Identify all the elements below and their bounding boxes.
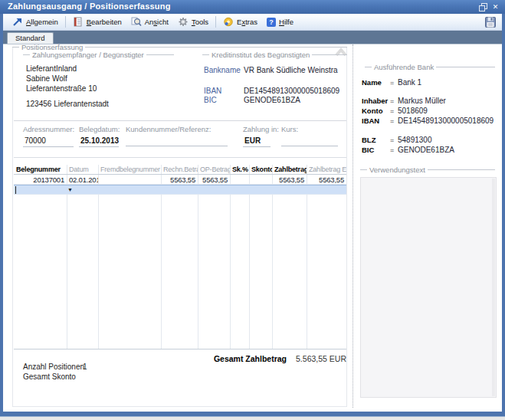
- field-label: Belegdatum:: [79, 125, 119, 133]
- bank-field-value: DE14548913000005018609: [398, 116, 494, 125]
- row-dropdown-arrow-icon[interactable]: ▼: [67, 185, 73, 195]
- field-label: Adressnummer:: [23, 125, 74, 133]
- group-payee-header: Zahlungsempfänger / Begünstigter: [23, 51, 174, 58]
- col-datum: Datum: [67, 165, 98, 175]
- iban-label: IBAN: [204, 87, 221, 95]
- menu-bearbeiten[interactable]: Bearbeiten: [68, 15, 126, 28]
- cell-zahlbetrag[interactable]: 5563,55: [272, 175, 307, 185]
- bank-field-value: GENODE61BZA: [398, 146, 454, 154]
- title-bar[interactable]: Zahlungsausgang / Positionserfassung ✕: [0, 0, 505, 14]
- equals-sign: =: [390, 79, 398, 87]
- payee-name: LieferantInland: [26, 64, 77, 73]
- group-title: Ausführende Bank: [372, 64, 436, 71]
- arrow-up-right-icon: [12, 17, 23, 27]
- col-belegnummer: Belegnummer: [14, 165, 67, 175]
- usage-scrollbar[interactable]: [492, 179, 495, 396]
- grid-row[interactable]: 20137001 02.01.2013 5563,55 5563,55 5563…: [14, 175, 346, 185]
- menu-allgemein[interactable]: Allgemein: [8, 15, 63, 28]
- field-value[interactable]: EUR: [243, 135, 271, 147]
- bank-field-value: 54891300: [398, 136, 432, 144]
- grid-row-selected[interactable]: ▼: [14, 185, 346, 195]
- menu-bar: Allgemein Bearbeiten Ansicht: [3, 14, 502, 31]
- kurs-field[interactable]: Kurs:: [281, 125, 338, 146]
- cell-belegnummer[interactable]: 20137001: [14, 175, 67, 185]
- field-label: Zahlung in:: [243, 125, 271, 133]
- cell-datum[interactable]: 02.01.2013: [67, 175, 98, 185]
- field-value[interactable]: 25.10.2013: [79, 135, 119, 147]
- bank-field-value: 5018609: [398, 107, 428, 115]
- group-executing-bank-header: Ausführende Bank: [365, 64, 495, 71]
- cell-skonto[interactable]: [249, 175, 272, 185]
- group-payee-bank-header: Kreditinstitut des Begünstigten: [202, 51, 347, 58]
- col-zahlbetrag-euro: Zahlbetrag Euro: [307, 165, 346, 175]
- separator-line: [14, 120, 346, 121]
- belegdatum-field[interactable]: Belegdatum: 25.10.2013: [79, 125, 119, 147]
- gesamt-skonto-label: Gesamt Skonto: [23, 372, 76, 381]
- restore-button[interactable]: [478, 2, 488, 11]
- bic-label: BIC: [204, 96, 217, 104]
- field-label: Kurs:: [281, 125, 338, 133]
- menu-label: Hilfe: [279, 18, 293, 26]
- gear-icon: [178, 17, 189, 27]
- col-op-betrag: OP-Betrag: [198, 165, 230, 175]
- cell-sk-prozent[interactable]: [230, 175, 249, 185]
- group-usage-text-header: Verwendungstext: [360, 166, 495, 173]
- menu-label: Ansicht: [145, 18, 169, 26]
- save-button[interactable]: [482, 15, 499, 29]
- anzahl-positionen-value: 1: [83, 363, 87, 371]
- col-rechn-betrag: Rechn.Betrag: [161, 165, 198, 175]
- app-window: Zahlungsausgang / Positionserfassung ✕ A…: [0, 0, 505, 420]
- payee-street: Lieferantenstraße 10: [26, 84, 97, 93]
- col-zahlbetrag: Zahlbetrag: [272, 165, 307, 175]
- zahlung-in-field[interactable]: Zahlung in: EUR: [243, 125, 271, 147]
- bank-field-label: BLZ: [362, 136, 390, 144]
- adressnummer-field[interactable]: Adressnummer: 70000: [23, 125, 74, 147]
- bank-row-inhaber: Inhaber = Markus Müller: [362, 97, 446, 105]
- cell-op-betrag[interactable]: 5563,55: [198, 175, 230, 185]
- grid-header-row: Belegnummer Datum Fremdbelegnummer Rechn…: [14, 165, 346, 175]
- menu-label: Allgemein: [26, 18, 58, 26]
- tab-strip: Standard: [3, 31, 502, 44]
- equals-sign: =: [390, 136, 398, 144]
- bank-field-label: BIC: [362, 146, 390, 154]
- menu-tools[interactable]: Tools: [173, 15, 213, 28]
- menu-separator: [215, 16, 216, 28]
- close-button[interactable]: ✕: [490, 2, 500, 11]
- cell-rechn-betrag[interactable]: 5563,55: [161, 175, 198, 185]
- field-value[interactable]: 70000: [23, 135, 74, 147]
- cell-fremdbelegnummer[interactable]: [98, 175, 161, 185]
- bank-field-label: Name: [362, 78, 390, 87]
- field-value[interactable]: [126, 135, 228, 146]
- magnifier-icon: [131, 17, 142, 27]
- equals-sign: =: [390, 97, 398, 105]
- text-caret: [15, 186, 16, 194]
- menu-label: Bearbeiten: [87, 18, 122, 26]
- field-label: Kundennummer/Referenz:: [126, 125, 228, 133]
- anzahl-positionen-label: Anzahl Positionen: [23, 363, 84, 371]
- iban-value: DE14548913000005018609: [244, 87, 339, 95]
- panel-splitter[interactable]: [353, 44, 353, 408]
- window-title: Zahlungsausgang / Positionserfassung: [8, 2, 171, 11]
- payee-city: 123456 Lieferantenstadt: [26, 100, 109, 108]
- menu-extras[interactable]: Extras: [218, 15, 262, 28]
- col-fremdbelegnummer: Fremdbelegnummer: [98, 165, 161, 175]
- menu-separator: [65, 16, 66, 28]
- bank-field-value: Bank 1: [398, 78, 421, 87]
- cell-zahlbetrag-euro[interactable]: 5563,55: [307, 175, 346, 185]
- usage-textarea[interactable]: [360, 177, 497, 398]
- bank-field-label: IBAN: [362, 116, 390, 125]
- payee-contact: Sabine Wolf: [26, 74, 67, 83]
- group-title: Kreditinstitut des Begünstigten: [209, 51, 312, 58]
- tab-standard[interactable]: Standard: [7, 32, 54, 44]
- bank-row-konto: Konto = 5018609: [362, 107, 428, 115]
- bank-row-blz: BLZ = 54891300: [362, 136, 432, 144]
- bank-field-value: Markus Müller: [398, 97, 446, 105]
- menu-hilfe[interactable]: ? Hilfe: [262, 16, 298, 28]
- menu-ansicht[interactable]: Ansicht: [126, 15, 173, 28]
- field-value[interactable]: [281, 135, 338, 146]
- equals-sign: =: [390, 117, 398, 125]
- col-skonto: Skonto: [249, 165, 272, 175]
- group-title: Zahlungsempfänger / Begünstigter: [30, 51, 146, 58]
- kundennummer-field[interactable]: Kundennummer/Referenz:: [126, 125, 228, 146]
- tab-label: Standard: [15, 34, 45, 42]
